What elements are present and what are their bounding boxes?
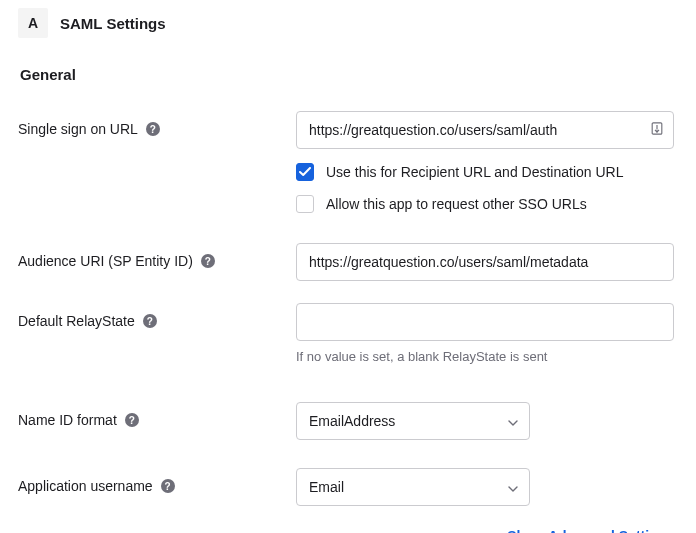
- allow-other-sso-checkbox-row: Allow this app to request other SSO URLs: [296, 195, 678, 213]
- relaystate-input[interactable]: [296, 303, 674, 341]
- nameid-select-value: EmailAddress: [309, 413, 395, 429]
- app-username-select[interactable]: Email: [296, 468, 530, 506]
- recipient-url-checkbox[interactable]: [296, 163, 314, 181]
- nameid-row: Name ID format ? EmailAddress: [18, 402, 678, 440]
- relaystate-label: Default RelayState: [18, 313, 135, 329]
- nameid-label-col: Name ID format ?: [18, 402, 296, 428]
- section-title: SAML Settings: [60, 15, 166, 32]
- recipient-url-checkbox-label: Use this for Recipient URL and Destinati…: [326, 164, 624, 180]
- app-username-select-value: Email: [309, 479, 344, 495]
- help-icon[interactable]: ?: [125, 413, 139, 427]
- app-username-label-col: Application username ?: [18, 468, 296, 494]
- help-icon[interactable]: ?: [143, 314, 157, 328]
- relaystate-input-col: If no value is set, a blank RelayState i…: [296, 303, 678, 364]
- audience-uri-row: Audience URI (SP Entity ID) ?: [18, 243, 678, 281]
- help-icon[interactable]: ?: [201, 254, 215, 268]
- recipient-url-checkbox-row: Use this for Recipient URL and Destinati…: [296, 163, 678, 181]
- sso-url-label-col: Single sign on URL ?: [18, 111, 296, 137]
- relaystate-row: Default RelayState ? If no value is set,…: [18, 303, 678, 364]
- allow-other-sso-checkbox-label: Allow this app to request other SSO URLs: [326, 196, 587, 212]
- app-username-input-col: Email: [296, 468, 678, 506]
- audience-uri-input[interactable]: [296, 243, 674, 281]
- relaystate-helper: If no value is set, a blank RelayState i…: [296, 349, 678, 364]
- saml-settings-header: A SAML Settings: [18, 8, 678, 38]
- show-advanced-settings-link[interactable]: Show Advanced Settings: [18, 528, 678, 533]
- sso-url-label: Single sign on URL: [18, 121, 138, 137]
- audience-uri-label-col: Audience URI (SP Entity ID) ?: [18, 243, 296, 269]
- help-icon[interactable]: ?: [146, 122, 160, 136]
- nameid-input-col: EmailAddress: [296, 402, 678, 440]
- app-username-row: Application username ? Email: [18, 468, 678, 506]
- sso-url-input[interactable]: [296, 111, 674, 149]
- nameid-select[interactable]: EmailAddress: [296, 402, 530, 440]
- audience-uri-label: Audience URI (SP Entity ID): [18, 253, 193, 269]
- sso-url-row: Single sign on URL ? Use this for Recipi…: [18, 111, 678, 213]
- help-icon[interactable]: ?: [161, 479, 175, 493]
- audience-uri-input-col: [296, 243, 678, 281]
- sso-url-input-col: Use this for Recipient URL and Destinati…: [296, 111, 678, 213]
- section-badge: A: [18, 8, 48, 38]
- variable-icon[interactable]: [650, 122, 664, 139]
- general-heading: General: [20, 66, 678, 83]
- allow-other-sso-checkbox[interactable]: [296, 195, 314, 213]
- app-username-label: Application username: [18, 478, 153, 494]
- relaystate-label-col: Default RelayState ?: [18, 303, 296, 329]
- nameid-label: Name ID format: [18, 412, 117, 428]
